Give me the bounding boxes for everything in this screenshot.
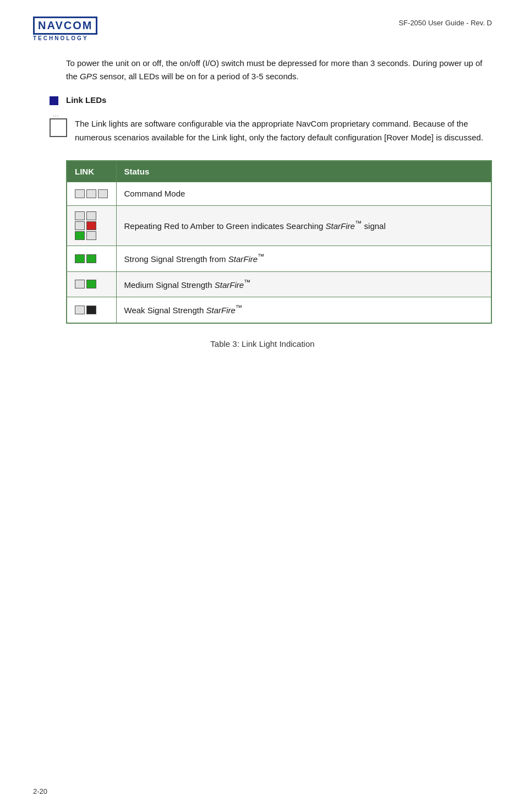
tm-1: ™	[355, 220, 362, 227]
medium-text1: Medium Signal Strength	[124, 280, 215, 290]
led-cell-medium	[67, 271, 116, 297]
page-container: NAVCOM TECHNOLOGY SF-2050 User Guide - R…	[0, 0, 525, 382]
status-cell-command: Command Mode	[116, 182, 491, 206]
led-1	[75, 280, 85, 288]
led-2	[86, 254, 96, 263]
led-2	[86, 221, 96, 230]
note-section: The Link lights are software configurabl…	[50, 117, 492, 145]
col-link-header: LINK	[67, 161, 116, 182]
led-2	[86, 306, 96, 314]
logo-bottom: TECHNOLOGY	[33, 35, 89, 41]
starfire-italic-1: StarFire	[326, 221, 355, 231]
led-2	[86, 231, 96, 240]
led-row-1	[75, 211, 103, 220]
status-cell-weak: Weak Signal Strength StarFire™	[116, 297, 491, 323]
searching-text2: signal	[362, 221, 385, 231]
tm-2: ™	[258, 253, 265, 260]
led-2	[86, 280, 96, 288]
led-indicator-searching	[75, 211, 103, 240]
page-header: NAVCOM TECHNOLOGY SF-2050 User Guide - R…	[33, 17, 492, 41]
bullet-text: Link LEDs	[66, 95, 106, 105]
table-caption: Table 3: Link Light Indication	[33, 339, 492, 348]
led-1	[75, 306, 85, 314]
led-row-3	[75, 231, 103, 240]
command-mode-text: Command Mode	[124, 189, 185, 198]
led-1	[75, 231, 85, 240]
led-indicator-command	[75, 189, 108, 198]
led-1	[75, 254, 85, 263]
led-indicator-strong	[75, 254, 108, 263]
led-2	[86, 211, 96, 220]
starfire-italic-4: StarFire	[206, 306, 235, 315]
intro-text2: sensor, all LEDs will be on for a period…	[97, 72, 299, 81]
led-indicator-weak	[75, 306, 108, 314]
table-header-row: LINK Status	[67, 161, 491, 182]
intro-paragraph: To power the unit on or off, the on/off …	[66, 57, 492, 83]
col-status-header: Status	[116, 161, 491, 182]
table-row: Command Mode	[67, 182, 491, 206]
logo-top: NAVCOM	[33, 17, 97, 35]
status-cell-strong: Strong Signal Strength from StarFire™	[116, 246, 491, 272]
led-row-2	[75, 221, 103, 230]
note-text: The Link lights are software configurabl…	[75, 117, 492, 145]
tm-4: ™	[236, 304, 243, 312]
gps-italic: GPS	[80, 72, 97, 81]
starfire-italic-2: StarFire	[228, 254, 258, 264]
status-cell-medium: Medium Signal Strength StarFire™	[116, 271, 491, 297]
logo: NAVCOM TECHNOLOGY	[33, 17, 97, 41]
table-row: Strong Signal Strength from StarFire™	[67, 246, 491, 272]
led-1	[75, 189, 85, 198]
led-1	[75, 211, 85, 220]
led-cell-command	[67, 182, 116, 206]
strong-text1: Strong Signal Strength from	[124, 254, 228, 264]
bullet-icon	[50, 96, 58, 105]
table-row: Repeating Red to Amber to Green indicate…	[67, 206, 491, 246]
starfire-italic-3: StarFire	[215, 280, 244, 290]
searching-text1: Repeating Red to Amber to Green indicate…	[124, 221, 326, 231]
led-cell-searching	[67, 206, 116, 246]
link-table: LINK Status Command Mode	[66, 160, 492, 324]
note-icon	[50, 118, 67, 137]
led-indicator-medium	[75, 280, 108, 288]
led-3	[98, 189, 108, 198]
table-row: Weak Signal Strength StarFire™	[67, 297, 491, 323]
led-cell-strong	[67, 246, 116, 272]
weak-text1: Weak Signal Strength	[124, 306, 206, 315]
link-leds-bullet: Link LEDs	[50, 95, 492, 105]
table-row: Medium Signal Strength StarFire™	[67, 271, 491, 297]
led-2	[86, 189, 96, 198]
document-title: SF-2050 User Guide - Rev. D	[398, 17, 492, 27]
led-1	[75, 221, 85, 230]
status-cell-searching: Repeating Red to Amber to Green indicate…	[116, 206, 491, 246]
led-cell-weak	[67, 297, 116, 323]
page-number: 2-20	[33, 787, 47, 795]
tm-3: ™	[244, 279, 251, 286]
